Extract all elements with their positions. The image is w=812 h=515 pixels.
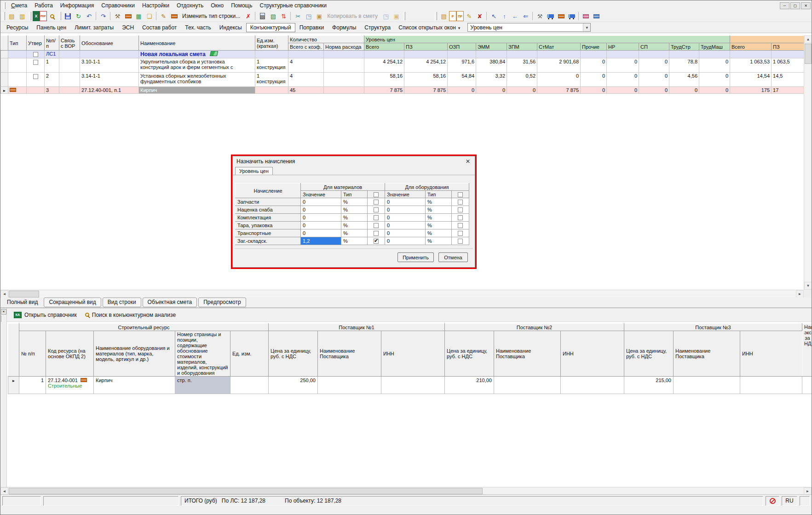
menu-item[interactable]: Отдохнуть	[173, 1, 207, 10]
minimize-icon[interactable]: ─	[780, 2, 789, 9]
view-tab[interactable]: Ресурсы	[2, 23, 32, 32]
bottom-view-tab[interactable]: Предпросмотр	[198, 298, 246, 307]
col-header-tip[interactable]: Тип	[8, 36, 27, 51]
view-tab[interactable]: Поправки	[295, 23, 328, 32]
approve-checkbox[interactable]	[33, 52, 38, 57]
view-tab[interactable]: Панель цен	[32, 23, 70, 32]
header-checkbox[interactable]	[458, 192, 463, 197]
equipment-value-field[interactable]: 0	[385, 222, 426, 229]
cut-icon[interactable]: ✂	[293, 11, 303, 21]
menu-item[interactable]: Помощь	[227, 1, 256, 10]
estimate-row[interactable]: 2 3.14-1-1 Установка сборных железобетон…	[1, 73, 805, 87]
copy-to-estimate-copy-icon[interactable]: ◳	[380, 11, 391, 21]
equipment-type-field[interactable]: %	[426, 222, 452, 229]
open-reference-button[interactable]: КА Открыть справочник	[10, 310, 81, 320]
col-header-price-1[interactable]: Цена за единицу, руб. с НДС	[269, 331, 318, 377]
book-blue-icon[interactable]	[591, 11, 602, 21]
col-header-nr[interactable]: НР	[607, 43, 639, 51]
view-tab[interactable]: Лимит. затраты	[70, 23, 118, 32]
col-header-emm[interactable]: ЭММ	[476, 43, 507, 51]
equipment-type-field[interactable]: %	[426, 206, 452, 214]
equipment-value-field[interactable]: 0	[385, 206, 426, 214]
scroll-up-icon[interactable]	[804, 35, 812, 43]
col-header-supplier-name-2[interactable]: Наименование Поставщика	[494, 331, 561, 377]
panel-close-icon[interactable]: ✕	[1, 309, 6, 315]
scroll-thumb[interactable]	[805, 44, 812, 64]
col-header-stmat[interactable]: СтМат	[537, 43, 581, 51]
col-header-qty-norm[interactable]: Норма расхода	[324, 43, 364, 51]
dialog-close-icon[interactable]: ✕	[465, 158, 471, 165]
open-windows-button[interactable]: Список открытых окон	[395, 23, 464, 32]
view-tab[interactable]: Формулы	[328, 23, 360, 32]
menu-item[interactable]: Работа	[31, 1, 57, 10]
material-bricks-icon[interactable]	[556, 11, 566, 21]
equipment-type-field[interactable]: %	[426, 214, 452, 222]
menu-item[interactable]: Настройки	[138, 1, 173, 10]
equipment-checkbox[interactable]	[458, 239, 463, 244]
norm-base-book-icon[interactable]: ▤	[438, 11, 449, 21]
accrual-row[interactable]: Запчасти 0 % 0 %	[236, 198, 469, 206]
col-header-unit[interactable]: Ед. изм.	[230, 331, 269, 377]
search-analysis-button[interactable]: Поиск в конъюнктурном анализе	[81, 310, 180, 320]
material-checkbox[interactable]	[374, 223, 379, 228]
delete-coef-icon[interactable]: ✘	[474, 11, 485, 21]
equipment-checkbox[interactable]	[458, 215, 463, 220]
approve-checkbox[interactable]	[33, 60, 38, 65]
material-value-field[interactable]: 0	[301, 229, 341, 237]
maximize-icon[interactable]: ▢	[790, 2, 800, 9]
edit-coef-icon[interactable]: ✎	[464, 11, 474, 21]
level-left-icon[interactable]: ←	[510, 11, 520, 21]
col-header-prochie[interactable]: Прочие	[581, 43, 607, 51]
col-header-zpm[interactable]: ЗПМ	[507, 43, 537, 51]
col-header-inn-3[interactable]: ИНН	[740, 331, 802, 377]
material-value-field[interactable]: 0	[301, 214, 341, 222]
view-tab[interactable]: ЭСН	[118, 23, 138, 32]
equipment-type-field[interactable]: %	[426, 198, 452, 206]
material-value-field[interactable]: 1,2	[301, 237, 341, 245]
renumber-icon[interactable]: ↷	[98, 11, 109, 21]
row-supplier-2[interactable]	[494, 377, 561, 394]
change-row-type-button[interactable]: Изменить тип строки...	[179, 11, 243, 21]
material-value-field[interactable]: 0	[301, 222, 341, 229]
col-header-pz-base[interactable]: ПЗ	[772, 43, 805, 51]
language-indicator[interactable]: RU	[782, 496, 797, 506]
toolbar-grip[interactable]	[3, 2, 6, 9]
col-header-pz[interactable]: ПЗ	[404, 43, 448, 51]
apply-button[interactable]: Применить	[397, 252, 434, 262]
estimate-row[interactable]: 1 3.10-1-1 Укрупнительная сборка и устан…	[1, 58, 805, 73]
bottom-view-tab[interactable]: Вид строки	[103, 298, 141, 307]
col-header-qty-total[interactable]: Всего с коэф.	[288, 43, 324, 51]
material-checkbox[interactable]	[374, 207, 379, 212]
scroll-right-icon[interactable]	[804, 487, 812, 495]
view-tab[interactable]: Состав работ	[138, 23, 181, 32]
row-price-3[interactable]: 215,00	[624, 377, 674, 394]
row-inn-3[interactable]	[740, 377, 802, 394]
material-type-field[interactable]: %	[341, 198, 368, 206]
accrual-row[interactable]: Комплектация 0 % 0 %	[236, 214, 469, 222]
add-work-icon[interactable]: ⚒	[112, 11, 123, 21]
menu-item[interactable]: Структурные справочники	[256, 1, 330, 10]
row-inn-1[interactable]	[381, 377, 445, 394]
equipment-checkbox[interactable]	[458, 231, 463, 236]
level-up-icon[interactable]: ↑	[499, 11, 510, 21]
col-header-page[interactable]: Номер страницы и позиции, содержащие обо…	[175, 331, 230, 377]
col-header-vsego[interactable]: Всего	[364, 43, 404, 51]
bottom-view-tab[interactable]: Сокращенный вид	[44, 298, 101, 307]
view-tab[interactable]: Конъюнктурный	[246, 23, 295, 32]
copy-resource-icon[interactable]	[169, 11, 179, 21]
add-section-icon[interactable]: ▦	[133, 11, 144, 21]
bottom-view-tab[interactable]: Объектная смета	[143, 298, 197, 307]
material-checkbox[interactable]	[374, 200, 379, 205]
col-header-vsego-base[interactable]: Всего	[730, 43, 772, 51]
delete-row-icon[interactable]: ✗	[243, 11, 253, 21]
scroll-left-icon[interactable]	[0, 487, 8, 495]
material-type-field[interactable]: %	[341, 214, 368, 222]
col-header-price-3[interactable]: Цена за единицу, руб. с НДС	[624, 331, 674, 377]
approve-checkbox[interactable]	[33, 74, 38, 79]
doc-p-icon[interactable]: Р	[449, 11, 456, 21]
col-header-justification[interactable]: Обоснование	[80, 36, 139, 51]
add-comment-icon[interactable]: ❏	[144, 11, 155, 21]
col-header-utver[interactable]: Утвер	[27, 36, 45, 51]
material-type-field[interactable]: %	[341, 206, 368, 214]
row-page-cell[interactable]: стр. п.	[175, 377, 230, 394]
